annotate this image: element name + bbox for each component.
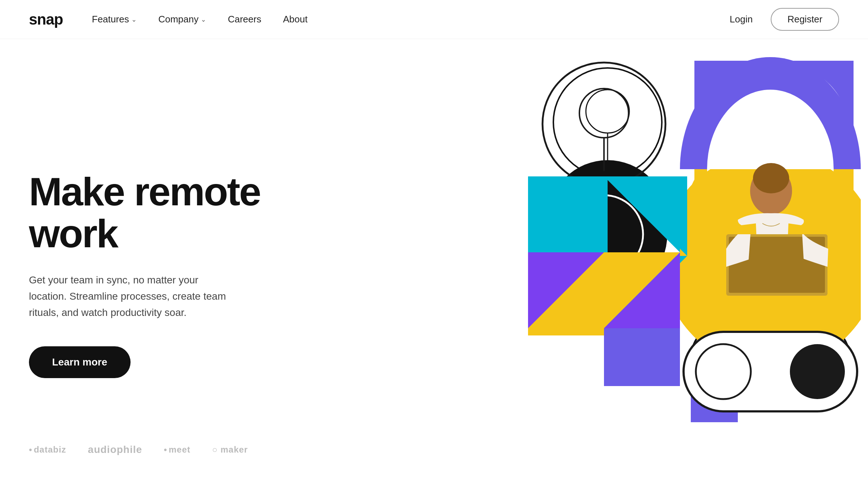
svg-point-39 (753, 163, 789, 193)
svg-point-41 (775, 169, 784, 189)
login-button[interactable]: Login (723, 10, 760, 29)
svg-point-57 (696, 344, 751, 399)
chevron-down-icon: ⌄ (201, 16, 206, 23)
svg-point-40 (759, 169, 767, 191)
svg-rect-49 (528, 176, 604, 252)
register-button[interactable]: Register (771, 8, 839, 31)
svg-point-58 (790, 344, 845, 399)
logo-meet: meet (164, 445, 190, 455)
nav-features[interactable]: Features ⌄ (92, 14, 137, 25)
logo-audiophile: audiophile (88, 444, 142, 455)
learn-more-button[interactable]: Learn more (29, 346, 131, 378)
navigation: snap Features ⌄ Company ⌄ Careers About … (0, 0, 868, 39)
hero-subtitle: Get your team in sync, no matter your lo… (29, 272, 239, 321)
main-content: Make remote work Get your team in sync, … (0, 39, 868, 488)
svg-rect-55 (604, 328, 680, 386)
nav-links: Features ⌄ Company ⌄ Careers About (92, 14, 723, 25)
hero-section: Make remote work Get your team in sync, … (29, 149, 282, 378)
hero-illustration-svg (528, 57, 861, 473)
logo[interactable]: snap (29, 11, 63, 28)
logo-databiz: databiz (29, 445, 66, 455)
nav-actions: Login Register (723, 8, 839, 31)
nav-about[interactable]: About (283, 14, 307, 25)
nav-company[interactable]: Company ⌄ (158, 14, 206, 25)
partner-logos: databiz audiophile meet ○ maker (29, 444, 248, 455)
hero-illustration (282, 39, 839, 488)
chevron-down-icon: ⌄ (131, 16, 137, 23)
svg-point-29 (579, 89, 629, 138)
logo-maker: ○ maker (212, 445, 248, 455)
nav-careers[interactable]: Careers (228, 14, 261, 25)
hero-title: Make remote work (29, 171, 282, 254)
